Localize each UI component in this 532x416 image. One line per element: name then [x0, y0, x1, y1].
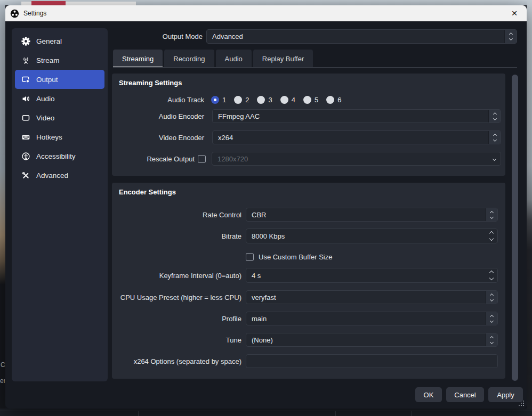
sidebar-item-label: Stream	[36, 56, 60, 64]
sidebar-item-label: Advanced	[36, 172, 68, 180]
accessibility-icon	[21, 152, 30, 161]
desktop-left-strip: Ca er	[0, 5, 5, 416]
dropdown-arrows[interactable]	[485, 312, 497, 325]
vertical-scrollbar[interactable]	[512, 75, 518, 381]
close-icon[interactable]: ×	[502, 5, 527, 21]
cpu-preset-select[interactable]: veryfast	[246, 290, 498, 304]
audio-track-option-3[interactable]: 3	[257, 96, 272, 104]
radio-icon	[234, 96, 242, 104]
audio-encoder-label: Audio Encoder	[112, 112, 204, 120]
keyboard-icon	[21, 133, 30, 142]
radio-icon	[303, 96, 311, 104]
output-mode-select[interactable]: Advanced	[206, 29, 517, 44]
audio-encoder-select[interactable]: FFmpeg AAC	[212, 109, 501, 123]
apply-button[interactable]: Apply	[488, 387, 523, 402]
tools-icon	[21, 171, 30, 180]
profile-row: Profile main	[112, 312, 505, 325]
background-divider	[0, 411, 532, 411]
rescale-output-checkbox[interactable]	[198, 155, 206, 163]
dropdown-arrows[interactable]	[485, 208, 497, 221]
bitrate-label: Bitrate	[112, 232, 241, 240]
rescale-resolution-select[interactable]: 1280x720	[212, 152, 501, 166]
tab-audio[interactable]: Audio	[216, 50, 252, 68]
tab-separator	[113, 67, 517, 68]
profile-label: Profile	[112, 315, 241, 323]
tune-select[interactable]: (None)	[246, 333, 498, 347]
x264-options-label: x264 Options (separated by space)	[112, 357, 241, 365]
profile-select[interactable]: main	[246, 312, 498, 325]
audio-track-option-2[interactable]: 2	[234, 96, 249, 104]
spinner-arrows[interactable]	[485, 268, 497, 282]
sidebar-item-label: Output	[36, 76, 58, 84]
keyframe-interval-label: Keyframe Interval (0=auto)	[112, 272, 241, 280]
sidebar-item-stream[interactable]: Stream	[15, 51, 104, 70]
streaming-settings-panel: Streaming Settings Audio Track 1 2 3 4	[112, 74, 505, 176]
tab-streaming[interactable]: Streaming	[113, 50, 163, 68]
sidebar-item-audio[interactable]: Audio	[15, 89, 104, 108]
dropdown-arrows[interactable]	[504, 30, 517, 43]
encoder-settings-panel: Encoder Settings Rate Control CBR Bitrat…	[112, 183, 505, 379]
audio-encoder-row: Audio Encoder FFmpeg AAC	[112, 109, 505, 123]
x264-options-row: x264 Options (separated by space)	[112, 354, 505, 368]
background-dock-divider	[335, 411, 336, 416]
settings-content: General Stream Output	[5, 21, 527, 409]
window-title: Settings	[23, 10, 46, 17]
output-mode-row: Output Mode Advanced	[5, 29, 517, 44]
dropdown-arrow	[488, 152, 501, 165]
video-encoder-row: Video Encoder x264	[112, 130, 505, 144]
audio-track-option-5[interactable]: 5	[303, 96, 318, 104]
spinner-arrows[interactable]	[485, 229, 497, 243]
x264-options-input[interactable]	[246, 354, 498, 368]
video-encoder-label: Video Encoder	[112, 134, 204, 142]
audio-track-option-1[interactable]: 1	[211, 96, 226, 104]
sidebar-item-label: Accessibility	[36, 152, 76, 160]
dropdown-arrows[interactable]	[488, 131, 501, 144]
tab-replay-buffer[interactable]: Replay Buffer	[253, 50, 313, 68]
audio-track-option-6[interactable]: 6	[326, 96, 341, 104]
use-custom-buffer-label: Use Custom Buffer Size	[259, 253, 332, 261]
section-title: Encoder Settings	[119, 188, 176, 196]
settings-window: Settings × General	[5, 5, 527, 409]
bitrate-spinbox[interactable]: 8000 Kbps	[246, 229, 498, 243]
use-custom-buffer-checkbox[interactable]	[246, 253, 254, 261]
speaker-icon	[21, 94, 30, 103]
audio-track-row: Audio Track 1 2 3 4 5	[112, 93, 505, 107]
titlebar: Settings ×	[5, 5, 527, 21]
desktop-top-strip	[0, 0, 532, 5]
radio-checked-icon	[211, 96, 219, 104]
video-encoder-select[interactable]: x264	[212, 130, 501, 144]
radio-icon	[326, 96, 334, 104]
audio-track-option-4[interactable]: 4	[280, 96, 295, 104]
rescale-output-label: Rescale Output	[112, 155, 195, 163]
rate-control-select[interactable]: CBR	[246, 208, 498, 222]
custom-buffer-row: Use Custom Buffer Size	[112, 252, 505, 262]
keyframe-interval-spinbox[interactable]: 4 s	[246, 268, 498, 283]
rate-control-label: Rate Control	[112, 211, 241, 219]
bitrate-row: Bitrate 8000 Kbps	[112, 229, 505, 243]
ok-button[interactable]: OK	[415, 387, 442, 402]
cancel-button[interactable]: Cancel	[446, 387, 484, 402]
obs-logo-icon	[10, 9, 19, 18]
output-icon	[21, 75, 30, 84]
sidebar-item-hotkeys[interactable]: Hotkeys	[15, 127, 104, 146]
dropdown-arrows[interactable]	[485, 333, 497, 346]
sidebar-item-advanced[interactable]: Advanced	[15, 166, 104, 185]
background-text-fragment: Ca	[1, 361, 5, 369]
output-mode-label: Output Mode	[5, 32, 203, 40]
output-tabs: Streaming Recording Audio Replay Buffer	[113, 50, 315, 68]
background-red-bar	[31, 1, 66, 5]
sidebar-item-accessibility[interactable]: Accessibility	[15, 146, 104, 166]
dropdown-arrows[interactable]	[488, 110, 501, 123]
resize-grip[interactable]	[523, 405, 524, 406]
keyframe-interval-row: Keyframe Interval (0=auto) 4 s	[112, 268, 505, 283]
sidebar-item-video[interactable]: Video	[15, 108, 104, 127]
sidebar-item-label: Hotkeys	[36, 133, 62, 141]
settings-sidebar: General Stream Output	[12, 28, 108, 381]
tune-label: Tune	[112, 336, 241, 344]
sidebar-item-output[interactable]: Output	[15, 70, 104, 89]
tab-recording[interactable]: Recording	[164, 50, 214, 68]
dropdown-arrows[interactable]	[485, 291, 497, 304]
sidebar-item-label: Audio	[36, 95, 55, 103]
sidebar-item-label: Video	[36, 114, 54, 122]
background-dock-divider	[412, 411, 412, 416]
